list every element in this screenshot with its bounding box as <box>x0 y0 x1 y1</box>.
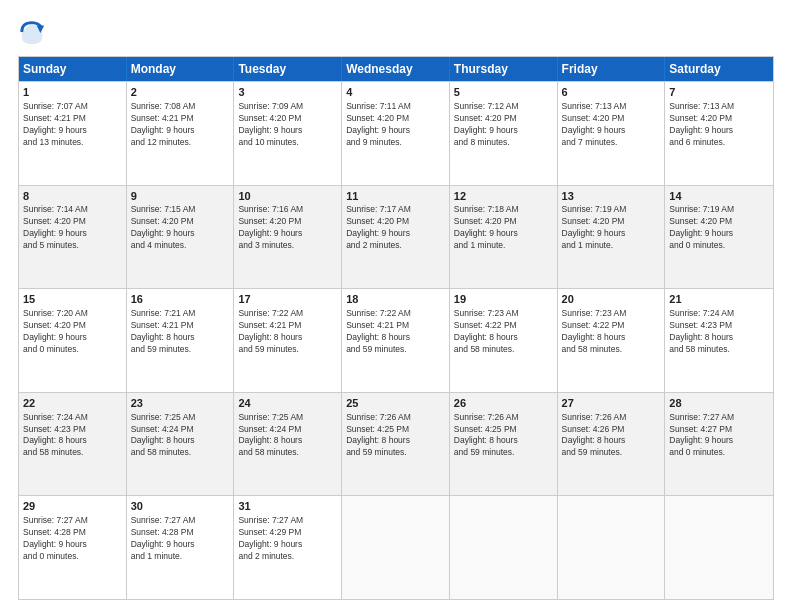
header-cell-thursday: Thursday <box>450 57 558 81</box>
day-info: Sunrise: 7:11 AMSunset: 4:20 PMDaylight:… <box>346 101 445 149</box>
day-number: 22 <box>23 396 122 411</box>
day-number: 4 <box>346 85 445 100</box>
day-info: Sunrise: 7:25 AMSunset: 4:24 PMDaylight:… <box>131 412 230 460</box>
day-cell-19: 19Sunrise: 7:23 AMSunset: 4:22 PMDayligh… <box>450 289 558 392</box>
day-cell-6: 6Sunrise: 7:13 AMSunset: 4:20 PMDaylight… <box>558 82 666 185</box>
day-cell-10: 10Sunrise: 7:16 AMSunset: 4:20 PMDayligh… <box>234 186 342 289</box>
header-cell-friday: Friday <box>558 57 666 81</box>
day-cell-30: 30Sunrise: 7:27 AMSunset: 4:28 PMDayligh… <box>127 496 235 599</box>
calendar-row-1: 1Sunrise: 7:07 AMSunset: 4:21 PMDaylight… <box>19 81 773 185</box>
calendar: SundayMondayTuesdayWednesdayThursdayFrid… <box>18 56 774 600</box>
day-info: Sunrise: 7:23 AMSunset: 4:22 PMDaylight:… <box>454 308 553 356</box>
day-cell-9: 9Sunrise: 7:15 AMSunset: 4:20 PMDaylight… <box>127 186 235 289</box>
day-number: 8 <box>23 189 122 204</box>
day-number: 29 <box>23 499 122 514</box>
day-cell-13: 13Sunrise: 7:19 AMSunset: 4:20 PMDayligh… <box>558 186 666 289</box>
day-cell-28: 28Sunrise: 7:27 AMSunset: 4:27 PMDayligh… <box>665 393 773 496</box>
calendar-header: SundayMondayTuesdayWednesdayThursdayFrid… <box>19 57 773 81</box>
empty-cell <box>558 496 666 599</box>
day-cell-5: 5Sunrise: 7:12 AMSunset: 4:20 PMDaylight… <box>450 82 558 185</box>
day-info: Sunrise: 7:22 AMSunset: 4:21 PMDaylight:… <box>238 308 337 356</box>
calendar-row-4: 22Sunrise: 7:24 AMSunset: 4:23 PMDayligh… <box>19 392 773 496</box>
day-number: 12 <box>454 189 553 204</box>
logo-icon <box>18 18 46 46</box>
day-cell-7: 7Sunrise: 7:13 AMSunset: 4:20 PMDaylight… <box>665 82 773 185</box>
day-cell-27: 27Sunrise: 7:26 AMSunset: 4:26 PMDayligh… <box>558 393 666 496</box>
day-info: Sunrise: 7:25 AMSunset: 4:24 PMDaylight:… <box>238 412 337 460</box>
day-info: Sunrise: 7:20 AMSunset: 4:20 PMDaylight:… <box>23 308 122 356</box>
day-info: Sunrise: 7:07 AMSunset: 4:21 PMDaylight:… <box>23 101 122 149</box>
day-number: 2 <box>131 85 230 100</box>
day-info: Sunrise: 7:21 AMSunset: 4:21 PMDaylight:… <box>131 308 230 356</box>
day-number: 1 <box>23 85 122 100</box>
day-cell-8: 8Sunrise: 7:14 AMSunset: 4:20 PMDaylight… <box>19 186 127 289</box>
day-cell-31: 31Sunrise: 7:27 AMSunset: 4:29 PMDayligh… <box>234 496 342 599</box>
day-cell-21: 21Sunrise: 7:24 AMSunset: 4:23 PMDayligh… <box>665 289 773 392</box>
day-info: Sunrise: 7:08 AMSunset: 4:21 PMDaylight:… <box>131 101 230 149</box>
page: SundayMondayTuesdayWednesdayThursdayFrid… <box>0 0 792 612</box>
day-info: Sunrise: 7:14 AMSunset: 4:20 PMDaylight:… <box>23 204 122 252</box>
calendar-body: 1Sunrise: 7:07 AMSunset: 4:21 PMDaylight… <box>19 81 773 599</box>
header-cell-saturday: Saturday <box>665 57 773 81</box>
day-cell-29: 29Sunrise: 7:27 AMSunset: 4:28 PMDayligh… <box>19 496 127 599</box>
day-info: Sunrise: 7:23 AMSunset: 4:22 PMDaylight:… <box>562 308 661 356</box>
day-cell-24: 24Sunrise: 7:25 AMSunset: 4:24 PMDayligh… <box>234 393 342 496</box>
day-number: 14 <box>669 189 769 204</box>
day-cell-23: 23Sunrise: 7:25 AMSunset: 4:24 PMDayligh… <box>127 393 235 496</box>
day-number: 16 <box>131 292 230 307</box>
day-number: 18 <box>346 292 445 307</box>
header-cell-wednesday: Wednesday <box>342 57 450 81</box>
calendar-row-2: 8Sunrise: 7:14 AMSunset: 4:20 PMDaylight… <box>19 185 773 289</box>
day-cell-4: 4Sunrise: 7:11 AMSunset: 4:20 PMDaylight… <box>342 82 450 185</box>
day-number: 7 <box>669 85 769 100</box>
day-cell-16: 16Sunrise: 7:21 AMSunset: 4:21 PMDayligh… <box>127 289 235 392</box>
day-number: 15 <box>23 292 122 307</box>
header-cell-sunday: Sunday <box>19 57 127 81</box>
day-info: Sunrise: 7:27 AMSunset: 4:27 PMDaylight:… <box>669 412 769 460</box>
empty-cell <box>342 496 450 599</box>
day-info: Sunrise: 7:27 AMSunset: 4:28 PMDaylight:… <box>23 515 122 563</box>
header-cell-monday: Monday <box>127 57 235 81</box>
day-info: Sunrise: 7:19 AMSunset: 4:20 PMDaylight:… <box>562 204 661 252</box>
day-number: 30 <box>131 499 230 514</box>
day-info: Sunrise: 7:15 AMSunset: 4:20 PMDaylight:… <box>131 204 230 252</box>
day-info: Sunrise: 7:17 AMSunset: 4:20 PMDaylight:… <box>346 204 445 252</box>
day-info: Sunrise: 7:19 AMSunset: 4:20 PMDaylight:… <box>669 204 769 252</box>
day-info: Sunrise: 7:26 AMSunset: 4:26 PMDaylight:… <box>562 412 661 460</box>
header <box>18 18 774 46</box>
logo <box>18 18 50 46</box>
day-info: Sunrise: 7:27 AMSunset: 4:28 PMDaylight:… <box>131 515 230 563</box>
day-cell-25: 25Sunrise: 7:26 AMSunset: 4:25 PMDayligh… <box>342 393 450 496</box>
day-cell-1: 1Sunrise: 7:07 AMSunset: 4:21 PMDaylight… <box>19 82 127 185</box>
day-number: 26 <box>454 396 553 411</box>
day-cell-22: 22Sunrise: 7:24 AMSunset: 4:23 PMDayligh… <box>19 393 127 496</box>
day-number: 6 <box>562 85 661 100</box>
day-info: Sunrise: 7:09 AMSunset: 4:20 PMDaylight:… <box>238 101 337 149</box>
day-info: Sunrise: 7:13 AMSunset: 4:20 PMDaylight:… <box>669 101 769 149</box>
day-info: Sunrise: 7:27 AMSunset: 4:29 PMDaylight:… <box>238 515 337 563</box>
day-info: Sunrise: 7:12 AMSunset: 4:20 PMDaylight:… <box>454 101 553 149</box>
day-info: Sunrise: 7:26 AMSunset: 4:25 PMDaylight:… <box>454 412 553 460</box>
day-number: 17 <box>238 292 337 307</box>
day-number: 5 <box>454 85 553 100</box>
day-number: 13 <box>562 189 661 204</box>
calendar-row-5: 29Sunrise: 7:27 AMSunset: 4:28 PMDayligh… <box>19 495 773 599</box>
day-info: Sunrise: 7:18 AMSunset: 4:20 PMDaylight:… <box>454 204 553 252</box>
day-info: Sunrise: 7:16 AMSunset: 4:20 PMDaylight:… <box>238 204 337 252</box>
day-cell-15: 15Sunrise: 7:20 AMSunset: 4:20 PMDayligh… <box>19 289 127 392</box>
day-cell-17: 17Sunrise: 7:22 AMSunset: 4:21 PMDayligh… <box>234 289 342 392</box>
day-cell-18: 18Sunrise: 7:22 AMSunset: 4:21 PMDayligh… <box>342 289 450 392</box>
day-cell-20: 20Sunrise: 7:23 AMSunset: 4:22 PMDayligh… <box>558 289 666 392</box>
empty-cell <box>665 496 773 599</box>
day-number: 23 <box>131 396 230 411</box>
day-cell-3: 3Sunrise: 7:09 AMSunset: 4:20 PMDaylight… <box>234 82 342 185</box>
day-number: 20 <box>562 292 661 307</box>
day-cell-14: 14Sunrise: 7:19 AMSunset: 4:20 PMDayligh… <box>665 186 773 289</box>
day-cell-2: 2Sunrise: 7:08 AMSunset: 4:21 PMDaylight… <box>127 82 235 185</box>
day-cell-12: 12Sunrise: 7:18 AMSunset: 4:20 PMDayligh… <box>450 186 558 289</box>
day-info: Sunrise: 7:24 AMSunset: 4:23 PMDaylight:… <box>23 412 122 460</box>
day-number: 19 <box>454 292 553 307</box>
day-info: Sunrise: 7:13 AMSunset: 4:20 PMDaylight:… <box>562 101 661 149</box>
empty-cell <box>450 496 558 599</box>
day-cell-11: 11Sunrise: 7:17 AMSunset: 4:20 PMDayligh… <box>342 186 450 289</box>
